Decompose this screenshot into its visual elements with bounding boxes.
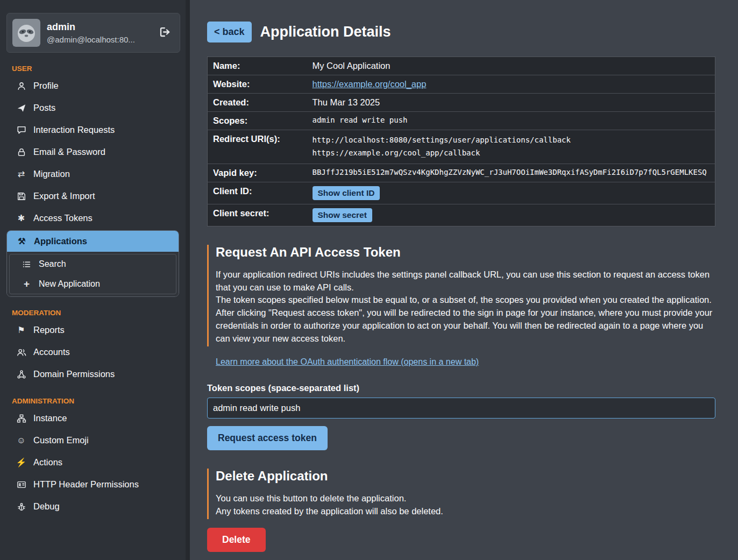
table-row-vapid-key: Vapid key: BBJffJ219b5iE512m7wQSzv4KgKDh… xyxy=(208,164,715,182)
section-label-administration: ADMINISTRATION xyxy=(12,397,186,405)
table-row-scopes: Scopes: admin read write push xyxy=(208,112,715,130)
sidebar-item-applications-search[interactable]: Search xyxy=(10,254,176,274)
lock-icon xyxy=(16,147,26,157)
sidebar: admin @admin@localhost:80... USER Profil… xyxy=(0,0,186,560)
token-scopes-input[interactable] xyxy=(207,398,715,419)
sidebar-item-label: Export & Import xyxy=(33,191,95,201)
flag-icon: ⚑ xyxy=(16,326,26,335)
redirect-uri-1: http://localhost:8080/settings/user/appl… xyxy=(313,134,710,147)
row-label: Website: xyxy=(208,75,307,94)
table-row-name: Name: My Cool Application xyxy=(208,57,715,75)
sidebar-item-applications[interactable]: ⚒ Applications xyxy=(7,231,179,252)
user-handle: @admin@localhost:80... xyxy=(47,35,135,44)
redirect-uri-2: https://example.org/cool_app/callback xyxy=(313,147,710,160)
sidebar-item-label: Email & Password xyxy=(33,147,105,157)
row-label: Redirect URI(s): xyxy=(208,130,307,164)
sidebar-item-migration[interactable]: ⇄ Migration xyxy=(0,163,186,185)
sidebar-item-label: Actions xyxy=(33,457,62,467)
website-link[interactable]: https://example.org/cool_app xyxy=(313,79,427,89)
applications-group: ⚒ Applications Search xyxy=(6,230,179,297)
request-token-title: Request An API Access Token xyxy=(216,245,715,260)
sidebar-item-label: Applications xyxy=(34,236,87,246)
sidebar-item-label: Debug xyxy=(33,501,60,512)
avatar xyxy=(12,19,40,47)
sidebar-item-email-password[interactable]: Email & Password xyxy=(0,141,186,163)
request-token-section: Request An API Access Token If your appl… xyxy=(207,245,715,347)
delete-application-section: Delete Application You can use this butt… xyxy=(207,469,715,519)
logout-icon[interactable] xyxy=(155,24,174,42)
sidebar-item-accounts[interactable]: Accounts xyxy=(0,341,186,363)
smiley-icon: ☺ xyxy=(16,436,26,445)
request-token-paragraph-2: The token scopes specified below must be… xyxy=(216,294,715,307)
sidebar-item-reports[interactable]: ⚑ Reports xyxy=(0,319,186,341)
sidebar-item-label: Accounts xyxy=(33,347,70,357)
request-token-paragraph-1: If your application redirect URIs includ… xyxy=(216,268,715,294)
show-client-id-button[interactable]: Show client ID xyxy=(313,186,380,200)
delete-paragraph-2: Any tokens created by the application wi… xyxy=(216,505,715,518)
sidebar-item-debug[interactable]: Debug xyxy=(0,495,186,518)
asterisk-icon: ✱ xyxy=(16,214,26,223)
sidebar-item-label: Domain Permissions xyxy=(33,369,115,379)
sidebar-item-profile[interactable]: Profile xyxy=(0,75,186,97)
row-label: Client secret: xyxy=(208,204,307,226)
table-row-created: Created: Thu Mar 13 2025 xyxy=(208,94,715,112)
section-label-user: USER xyxy=(12,65,186,73)
user-card: admin @admin@localhost:80... xyxy=(6,13,180,53)
table-row-client-id: Client ID: Show client ID xyxy=(208,182,715,204)
tools-icon: ⚒ xyxy=(17,237,27,246)
sidebar-item-new-application[interactable]: + New Application xyxy=(10,274,176,294)
section-label-moderation: MODERATION xyxy=(12,309,186,317)
user-name: admin xyxy=(47,22,135,33)
application-details-table: Name: My Cool Application Website: https… xyxy=(207,56,715,226)
bug-icon xyxy=(16,502,26,512)
sidebar-item-custom-emoji[interactable]: ☺ Custom Emoji xyxy=(0,429,186,451)
scopes-value: admin read write push xyxy=(307,112,715,130)
sidebar-item-label: Interaction Requests xyxy=(33,125,115,135)
sidebar-item-actions[interactable]: ⚡ Actions xyxy=(0,451,186,473)
sidebar-item-label: Migration xyxy=(33,169,70,179)
delete-paragraph-1: You can use this button to delete the ap… xyxy=(216,492,715,505)
sidebar-item-posts[interactable]: Posts xyxy=(0,97,186,119)
floppy-icon xyxy=(16,192,26,201)
row-label: Name: xyxy=(208,57,307,75)
show-secret-button[interactable]: Show secret xyxy=(313,208,372,222)
sidebar-item-label: New Application xyxy=(39,279,100,289)
sidebar-item-label: Reports xyxy=(33,325,65,335)
request-token-paragraph-3: After clicking "Request access token", y… xyxy=(216,307,715,345)
sidebar-item-label: Search xyxy=(39,259,66,269)
network-nodes-icon xyxy=(16,370,26,379)
page-title: Application Details xyxy=(260,24,391,40)
arrows-migration-icon: ⇄ xyxy=(16,170,26,179)
sidebar-item-interaction-requests[interactable]: Interaction Requests xyxy=(0,119,186,141)
table-row-redirect-uris: Redirect URI(s): http://localhost:8080/s… xyxy=(208,130,715,164)
sidebar-item-label: Access Tokens xyxy=(33,213,93,223)
table-row-website: Website: https://example.org/cool_app xyxy=(208,75,715,94)
delete-application-title: Delete Application xyxy=(216,469,715,484)
sidebar-item-export-import[interactable]: Export & Import xyxy=(0,185,186,207)
sidebar-item-instance[interactable]: Instance xyxy=(0,407,186,429)
sidebar-item-label: HTTP Header Permissions xyxy=(33,479,139,490)
users-icon xyxy=(16,348,26,357)
token-scopes-label: Token scopes (space-separated list) xyxy=(207,383,715,393)
delete-button[interactable]: Delete xyxy=(207,528,266,552)
sidebar-item-http-header-permissions[interactable]: HTTP Header Permissions xyxy=(0,473,186,495)
list-icon xyxy=(22,260,32,269)
sidebar-item-access-tokens[interactable]: ✱ Access Tokens xyxy=(0,207,186,229)
created-value: Thu Mar 13 2025 xyxy=(307,94,715,112)
speech-bubble-icon xyxy=(16,125,26,135)
paper-plane-icon xyxy=(16,103,26,113)
row-label: Client ID: xyxy=(208,182,307,204)
application-name-value: My Cool Application xyxy=(307,57,715,75)
oauth-docs-link[interactable]: Learn more about the OAuth authenticatio… xyxy=(216,357,479,367)
request-access-token-button[interactable]: Request access token xyxy=(207,426,328,450)
row-label: Created: xyxy=(208,94,307,112)
sidebar-item-label: Profile xyxy=(33,81,59,91)
back-button[interactable]: < back xyxy=(207,22,252,42)
user-meta: admin @admin@localhost:80... xyxy=(47,22,135,44)
plus-icon: + xyxy=(22,279,32,289)
applications-submenu: Search + New Application xyxy=(7,252,179,296)
row-label: Vapid key: xyxy=(208,164,307,182)
sidebar-item-label: Posts xyxy=(33,103,55,113)
table-row-client-secret: Client secret: Show secret xyxy=(208,204,715,226)
sidebar-item-domain-permissions[interactable]: Domain Permissions xyxy=(0,363,186,385)
